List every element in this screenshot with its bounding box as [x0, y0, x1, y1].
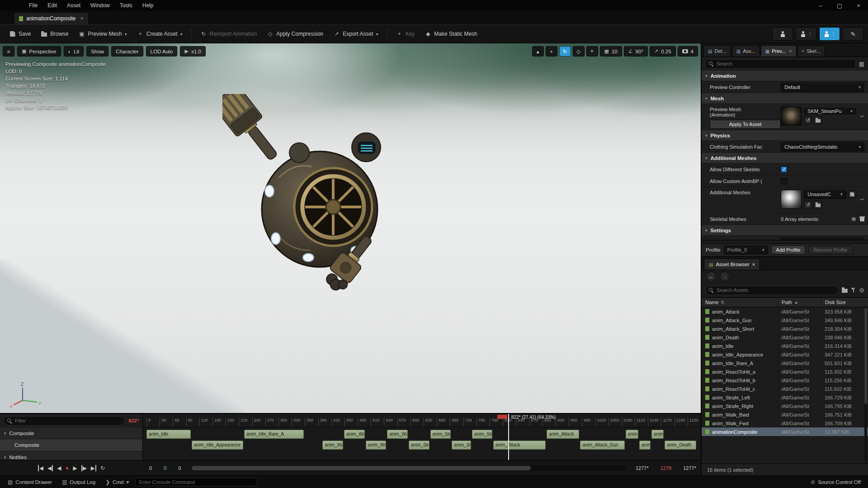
section-settings[interactable]: ▾Settings [702, 225, 868, 236]
additional-meshes-thumbnail[interactable] [781, 190, 802, 209]
toolbar-button-save[interactable]: Save [5, 27, 35, 41]
asset-row-anim-idle-appearance[interactable]: anim_Idle_Appearance/All/Game/St347.221 … [702, 350, 868, 359]
rotate-tool-button[interactable]: ↻ [559, 46, 571, 56]
timeline-segment[interactable]: anim_Strafe_R [452, 441, 471, 450]
more-options-icon[interactable]: ⋮ [807, 31, 812, 37]
step-forward-button[interactable]: ▶ [81, 465, 87, 471]
column-disk-size[interactable]: Disk Size [821, 298, 868, 307]
details-search[interactable] [705, 59, 856, 69]
menu-item-asset[interactable]: Asset [62, 1, 85, 10]
additional-meshes-dropdown[interactable]: UnsavedC▾ [804, 190, 846, 199]
close-tab-icon[interactable]: × [80, 15, 83, 22]
menu-item-help[interactable]: Help [138, 1, 158, 10]
timeline-scrollbar[interactable] [191, 465, 626, 471]
column-name[interactable]: Name⇅ [702, 298, 778, 307]
timeline-segment[interactable]: anim_Walk_Bwd [387, 430, 408, 439]
timeline-segment[interactable]: anim_Walk_Bwd [366, 441, 387, 450]
asset-row-anim-reacttohit-a[interactable]: anim_ReactToHit_a/All/Game/St115.302 KiB [702, 367, 868, 376]
toolbar-button-export-asset[interactable]: ↗Export Asset▾ [329, 27, 382, 41]
filter-icon[interactable] [851, 288, 856, 292]
scrollbar-thumb[interactable] [192, 466, 531, 470]
section-physics[interactable]: ▾Physics [702, 130, 868, 141]
timeline-segment[interactable]: anim [651, 430, 664, 439]
playback-speed-button[interactable]: ▶x1.0 [180, 46, 205, 56]
select-tool-button[interactable]: ▴ [532, 46, 544, 56]
chevron-down-icon[interactable]: ▾ [705, 96, 708, 101]
details-search-input[interactable] [717, 61, 852, 66]
record-button[interactable]: ● [66, 465, 69, 471]
folder-icon[interactable] [842, 289, 848, 293]
reset-to-default-icon[interactable]: ↩ [860, 197, 864, 202]
perspective-button[interactable]: ▣Perspective [17, 46, 61, 56]
timeline-segment[interactable]: anim_Walk_Fwd [322, 441, 343, 450]
asset-row-anim-strafe-left[interactable]: anim_Strafe_Left/All/Game/St166.729 KiB [702, 393, 868, 402]
timeline-segment[interactable]: anim_Walk_Fwd [344, 430, 365, 439]
track-group-composite[interactable]: ▾ Composite [0, 427, 142, 439]
add-element-icon[interactable]: ⊕ [851, 216, 856, 222]
menu-item-tools[interactable]: Tools [115, 1, 137, 10]
allow-custom-animbp-checkbox[interactable] [781, 178, 787, 184]
asset-search[interactable] [705, 286, 839, 295]
asset-row-anim-reacttohit-c[interactable]: anim_ReactToHit_c/All/Game/St115.502 KiB [702, 385, 868, 393]
track-group-notifies[interactable]: ▾ Notifies [0, 451, 142, 460]
timeline-ruler[interactable]: 0306090120150180210240270300330360390420… [143, 414, 701, 427]
chevron-down-icon[interactable]: ▾ [705, 228, 708, 233]
play-button[interactable]: ▶ [73, 465, 77, 471]
browse-to-asset-icon[interactable] [814, 116, 822, 124]
playhead[interactable] [508, 414, 509, 460]
settings-gear-icon[interactable]: ⚙ [859, 287, 864, 294]
go-to-start-button[interactable]: ◀ [38, 465, 43, 471]
preview-controller-dropdown[interactable]: Default▾ [781, 83, 864, 92]
tab-details[interactable]: ▤Det... [703, 45, 731, 56]
chevron-down-icon[interactable]: ▾ [4, 455, 6, 460]
chevron-down-icon[interactable]: ▾ [705, 156, 708, 160]
display-options-icon[interactable]: ▦ [859, 61, 864, 67]
tab-skeleton-tree[interactable]: ⌗Skel... [797, 45, 825, 56]
animation-mode-button[interactable]: ⋮ [819, 27, 840, 41]
track-composite[interactable]: Composite [0, 439, 142, 451]
timeline-track-area[interactable]: 0306090120150180210240270300330360390420… [143, 414, 701, 460]
go-to-end-button[interactable]: ▶ [91, 465, 96, 471]
timeline-segment[interactable]: anim_Idle [146, 430, 191, 439]
toolbar-button-browse[interactable]: Browse [36, 27, 73, 41]
toolbar-button-preview-mesh[interactable]: ▣Preview Mesh▾ [74, 27, 131, 41]
clothing-simulation-dropdown[interactable]: ChaosClothingSimulatio▾ [781, 142, 864, 151]
cmd-button[interactable]: ❯Cmd▾ [101, 477, 133, 487]
profile-name-dropdown[interactable]: Profile_0▾ [781, 237, 864, 241]
viewport-menu-button[interactable]: ≡ [3, 46, 14, 56]
toolbar-button-create-asset[interactable]: +Create Asset▾ [132, 27, 187, 41]
section-animation[interactable]: ▾Animation [702, 70, 868, 81]
scale-snap-button[interactable]: ↗0.25 [650, 46, 676, 56]
chevron-down-icon[interactable]: ▾ [4, 431, 6, 436]
asset-row-anim-reacttohit-b[interactable]: anim_ReactToHit_b/All/Game/St115.256 KiB [702, 376, 868, 385]
output-log-button[interactable]: ▥Output Log [58, 477, 99, 487]
lit-button[interactable]: ◐Lit [64, 46, 84, 56]
maximize-button[interactable]: ▢ [830, 0, 849, 11]
asset-row-anim-strafe-right[interactable]: anim_Strafe_Right/All/Game/St166.795 KiB [702, 402, 868, 410]
column-path[interactable]: Path▲ [778, 298, 821, 307]
timeline-segment[interactable]: anim_Attack [493, 441, 546, 450]
character-button[interactable]: Character [111, 46, 143, 56]
rotation-snap-button[interactable]: ∠90° [624, 46, 648, 56]
close-tab-icon[interactable]: × [752, 262, 755, 267]
playhead-marker[interactable] [497, 415, 507, 419]
reset-to-default-icon[interactable]: ↩ [860, 113, 864, 119]
coordinate-system-button[interactable]: ⌖ [586, 46, 598, 56]
play-reverse-button[interactable]: ◀ [57, 465, 61, 471]
close-tab-icon[interactable]: × [789, 48, 792, 54]
use-selected-icon[interactable]: ↺ [804, 116, 812, 124]
menu-item-edit[interactable]: Edit [43, 1, 61, 10]
menu-item-window[interactable]: Window [86, 1, 114, 10]
timeline-segment[interactable]: anim_Strafe_R [472, 430, 492, 439]
asset-row-anim-idle[interactable]: anim_Idle/All/Game/St316.314 KiB [702, 342, 868, 350]
console-command-input[interactable] [135, 478, 257, 486]
delete-icon[interactable] [860, 216, 864, 221]
toolbar-button-apply-compression[interactable]: ◇Apply Compression [262, 27, 328, 41]
asset-row-anim-attack[interactable]: anim_Attack/All/Game/St323.958 KiB [702, 307, 868, 316]
timeline-segment[interactable]: anim_Strafe_L [430, 430, 451, 439]
browse-to-asset-icon[interactable] [814, 201, 822, 209]
timeline-segment[interactable]: anim_Idle_Appearance [192, 441, 243, 450]
content-drawer-button[interactable]: ▤Content Drawer [4, 477, 56, 487]
timeline-filter[interactable] [4, 416, 125, 426]
allow-different-skeletons-checkbox[interactable] [781, 166, 787, 173]
